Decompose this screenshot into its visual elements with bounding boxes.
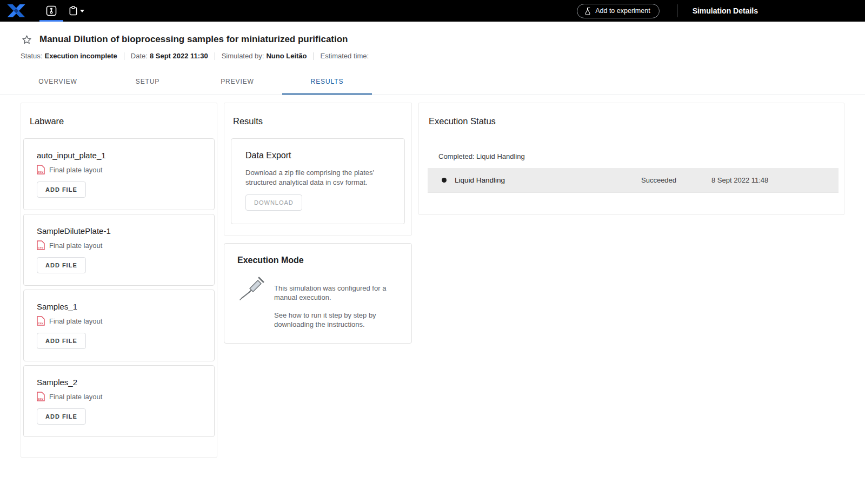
tab-setup[interactable]: SETUP bbox=[103, 70, 192, 95]
svg-text:csv: csv bbox=[38, 397, 44, 400]
add-to-experiment-button[interactable]: Add to experiment bbox=[577, 4, 659, 18]
file-label: Final plate layout bbox=[49, 317, 102, 325]
topbar-right: Add to experiment Simulation Details bbox=[577, 4, 865, 18]
svg-text:csv: csv bbox=[38, 245, 44, 249]
execution-status-row[interactable]: Liquid Handling Succeeded 8 Sept 2022 11… bbox=[428, 168, 839, 192]
completed-summary: Completed: Liquid Handling bbox=[438, 152, 841, 160]
status-row-date: 8 Sept 2022 11:48 bbox=[711, 176, 839, 184]
nav-protocols-button[interactable] bbox=[64, 0, 89, 22]
simulation-meta: Status:Execution incomplete Date:8 Sept … bbox=[21, 52, 844, 60]
simulation-box-icon bbox=[46, 5, 57, 16]
labware-card: auto_input_plate_1 csv Final plate layou… bbox=[23, 138, 215, 210]
meta-date: Date:8 Sept 2022 11:30 bbox=[131, 52, 208, 60]
top-navigation bbox=[39, 0, 89, 22]
status-row-result: Succeeded bbox=[641, 176, 711, 184]
tab-preview[interactable]: PREVIEW bbox=[192, 70, 282, 95]
chevron-down-icon bbox=[80, 10, 84, 12]
execution-mode-text: This simulation was configured for a man… bbox=[274, 276, 398, 329]
csv-file-icon: csv bbox=[37, 240, 45, 250]
labware-card: Samples_2 csv Final plate layout ADD FIL… bbox=[23, 365, 215, 437]
execution-mode-paragraph-1: This simulation was configured for a man… bbox=[274, 284, 398, 302]
file-label: Final plate layout bbox=[49, 241, 102, 250]
add-file-button[interactable]: ADD FILE bbox=[37, 257, 86, 273]
results-column: Results Data Export Download a zip file … bbox=[224, 103, 412, 344]
svg-text:csv: csv bbox=[38, 321, 44, 325]
file-label: Final plate layout bbox=[49, 393, 102, 401]
execution-mode-card: Execution Mode This simulation was confi… bbox=[224, 243, 412, 344]
execution-mode-title: Execution Mode bbox=[237, 256, 398, 265]
topbar: Add to experiment Simulation Details bbox=[0, 0, 865, 22]
data-export-title: Data Export bbox=[245, 151, 390, 160]
labware-panel: Labware auto_input_plate_1 csv Final pla… bbox=[21, 103, 217, 458]
svg-text:csv: csv bbox=[38, 170, 44, 173]
results-heading: Results bbox=[233, 116, 405, 126]
status-dot-icon bbox=[442, 178, 447, 183]
tab-results[interactable]: RESULTS bbox=[282, 70, 372, 95]
favorite-star-icon[interactable] bbox=[21, 33, 32, 45]
labware-card: SampleDilutePlate-1 csv Final plate layo… bbox=[23, 214, 215, 286]
results-panel: Results Data Export Download a zip file … bbox=[224, 103, 412, 236]
execution-status-panel: Execution Status Completed: Liquid Handl… bbox=[418, 103, 844, 215]
add-to-experiment-label: Add to experiment bbox=[595, 7, 650, 15]
labware-card: Samples_1 csv Final plate layout ADD FIL… bbox=[23, 290, 215, 361]
file-label: Final plate layout bbox=[49, 166, 102, 174]
meta-divider bbox=[215, 52, 215, 60]
results-content: Labware auto_input_plate_1 csv Final pla… bbox=[0, 95, 865, 458]
row-divider bbox=[428, 192, 839, 193]
meta-divider bbox=[314, 52, 314, 60]
simulation-title: Manual Dilution of bioprocessing samples… bbox=[39, 34, 348, 45]
nav-simulations-button[interactable] bbox=[39, 0, 64, 22]
labware-heading: Labware bbox=[30, 116, 215, 126]
tab-bar: OVERVIEW SETUP PREVIEW RESULTS bbox=[0, 70, 865, 95]
topbar-divider bbox=[677, 4, 677, 17]
data-export-description: Download a zip file comprising the plate… bbox=[245, 168, 390, 187]
app-logo-icon[interactable] bbox=[5, 3, 27, 18]
labware-name: Samples_2 bbox=[37, 378, 201, 387]
execution-mode-paragraph-2: See how to run it step by step by downlo… bbox=[274, 311, 398, 329]
labware-name: auto_input_plate_1 bbox=[37, 151, 201, 160]
meta-simulated-by: Simulated by:Nuno Leitão bbox=[222, 52, 307, 60]
add-file-button[interactable]: ADD FILE bbox=[37, 333, 86, 349]
csv-file-icon: csv bbox=[37, 392, 45, 401]
meta-divider bbox=[124, 52, 124, 60]
active-nav-underline bbox=[39, 20, 63, 22]
status-row-name: Liquid Handling bbox=[455, 176, 641, 184]
pipette-icon bbox=[237, 276, 265, 301]
tab-overview[interactable]: OVERVIEW bbox=[13, 70, 103, 95]
flask-icon bbox=[584, 7, 591, 15]
download-button[interactable]: DOWNLOAD bbox=[245, 194, 302, 211]
labware-name: SampleDilutePlate-1 bbox=[37, 226, 201, 236]
clipboard-icon bbox=[69, 6, 78, 16]
execution-status-heading: Execution Status bbox=[429, 116, 841, 126]
csv-file-icon: csv bbox=[37, 165, 45, 174]
csv-file-icon: csv bbox=[37, 316, 45, 326]
meta-estimated-time: Estimated time: bbox=[321, 52, 371, 60]
data-export-card: Data Export Download a zip file comprisi… bbox=[231, 138, 405, 224]
topbar-page-title: Simulation Details bbox=[693, 6, 758, 15]
add-file-button[interactable]: ADD FILE bbox=[37, 182, 86, 198]
meta-status: Status:Execution incomplete bbox=[21, 52, 117, 60]
page-header: Manual Dilution of bioprocessing samples… bbox=[0, 22, 865, 60]
labware-name: Samples_1 bbox=[37, 302, 201, 311]
add-file-button[interactable]: ADD FILE bbox=[37, 408, 86, 425]
